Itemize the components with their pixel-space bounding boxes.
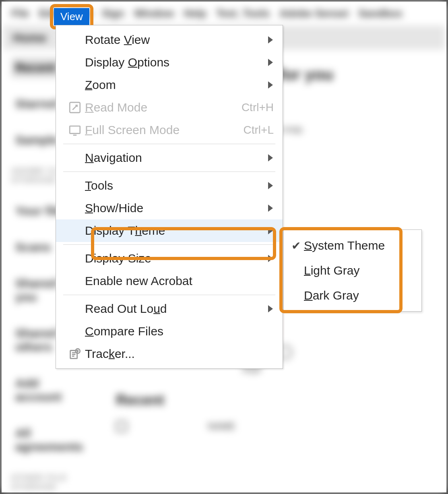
menu-item-display-size[interactable]: Display Size: [56, 247, 283, 270]
checkmark-icon: ✔: [288, 239, 304, 252]
menu-item-display-options[interactable]: Display Options: [56, 51, 283, 74]
submenu-item-dark-gray[interactable]: Dark Gray: [284, 283, 421, 308]
read-mode-icon: [65, 101, 85, 114]
app-frame: File Edit View Sign Window Help Test_Too…: [0, 0, 448, 494]
submenu-arrow-icon: [268, 182, 273, 189]
submenu-item-system-theme[interactable]: ✔ System Theme: [284, 233, 421, 258]
menu-item-display-theme[interactable]: Display Theme: [56, 219, 283, 242]
submenu-arrow-icon: [268, 205, 273, 212]
menu-separator: [63, 244, 275, 245]
tracker-icon: [65, 347, 85, 361]
shortcut-label: Ctrl+L: [244, 124, 275, 136]
menu-item-rotate-view[interactable]: Rotate View: [56, 29, 283, 51]
display-theme-submenu: ✔ System Theme Light Gray Dark Gray: [283, 229, 422, 312]
submenu-arrow-icon: [268, 59, 273, 66]
view-dropdown-menu: Rotate View Display Options Zoom: [56, 25, 283, 369]
submenu-arrow-icon: [268, 305, 273, 312]
submenu-arrow-icon: [268, 81, 273, 89]
menu-item-read-out-loud[interactable]: Read Out Loud: [56, 298, 283, 320]
submenu-arrow-icon: [268, 227, 273, 234]
menu-item-read-mode: Read Mode Ctrl+H: [56, 96, 283, 119]
menu-label: Enable new Acrobat: [85, 274, 275, 288]
focus-layer: View Rotate View Display Options Zoom: [2, 2, 446, 492]
menu-item-compare-files[interactable]: Compare Files: [56, 320, 283, 343]
svg-rect-1: [70, 126, 80, 133]
menu-item-enable-new-acrobat[interactable]: Enable new Acrobat: [56, 270, 283, 292]
menu-item-tracker[interactable]: Tracker...: [56, 343, 283, 365]
menu-item-navigation[interactable]: Navigation: [56, 147, 283, 169]
shortcut-label: Ctrl+H: [242, 101, 275, 114]
menu-item-show-hide[interactable]: Show/Hide: [56, 197, 283, 219]
menu-label: Display Size: [85, 252, 268, 265]
menu-separator: [63, 295, 275, 295]
full-screen-icon: [65, 123, 85, 137]
submenu-arrow-icon: [268, 255, 273, 262]
menu-separator: [63, 144, 275, 144]
submenu-item-light-gray[interactable]: Light Gray: [284, 258, 421, 283]
submenu-arrow-icon: [268, 154, 273, 161]
view-menu-button[interactable]: View: [54, 8, 89, 25]
menu-item-full-screen: Full Screen Mode Ctrl+L: [56, 119, 283, 141]
menu-item-zoom[interactable]: Zoom: [56, 74, 283, 96]
menu-item-tools[interactable]: Tools: [56, 174, 283, 197]
menu-separator: [63, 172, 275, 172]
submenu-arrow-icon: [268, 36, 273, 43]
